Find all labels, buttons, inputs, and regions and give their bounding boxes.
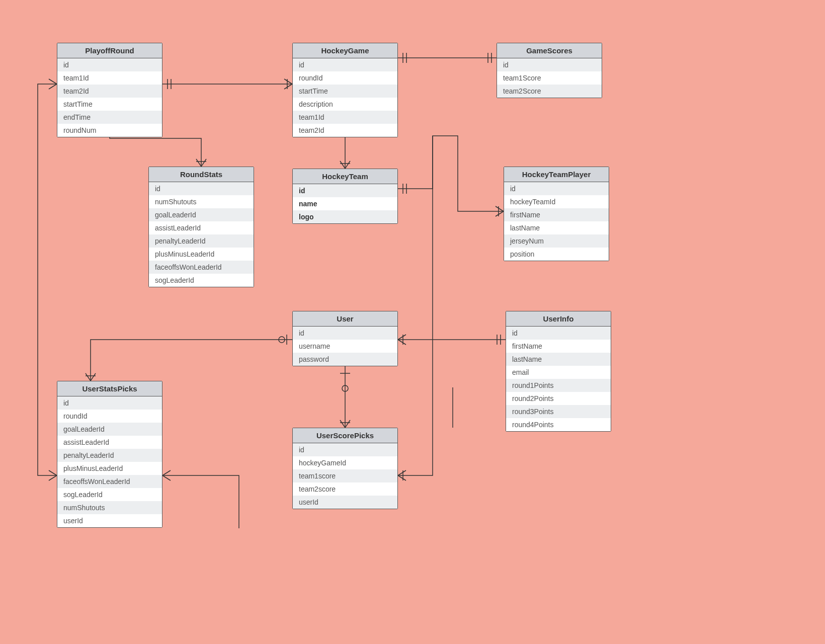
field: startTime <box>57 98 162 111</box>
field: penaltyLeaderId <box>149 234 254 248</box>
field: description <box>293 98 397 111</box>
field: plusMinusLeaderId <box>57 462 162 475</box>
entity-title: RoundStats <box>149 167 254 182</box>
entity-title: User <box>293 311 397 327</box>
field: team2Id <box>293 124 397 137</box>
field: assistLeaderId <box>149 221 254 234</box>
field: id <box>293 58 397 71</box>
svg-point-1 <box>342 385 348 391</box>
entity-fields: id team1Score team2Score <box>497 58 602 98</box>
entity-user-score-picks: UserScorePicks id hockeyGameId team1scor… <box>292 428 398 509</box>
field: team1Score <box>497 71 602 85</box>
field: numShutouts <box>57 501 162 514</box>
field: id <box>504 182 609 195</box>
field: userId <box>293 496 397 509</box>
field: team1Id <box>293 111 397 124</box>
field: team2Id <box>57 85 162 98</box>
field: assistLeaderId <box>57 436 162 449</box>
entity-fields: id roundId goalLeaderId assistLeaderId p… <box>57 396 162 527</box>
field: lastName <box>504 221 609 234</box>
entity-fields: id username password <box>293 327 397 366</box>
field: endTime <box>57 111 162 124</box>
field: userId <box>57 514 162 527</box>
field: faceoffsWonLeaderId <box>149 261 254 274</box>
entity-fields: id numShutouts goalLeaderId assistLeader… <box>149 182 254 287</box>
entity-user: User id username password <box>292 311 398 366</box>
field: numShutouts <box>149 195 254 208</box>
field: password <box>293 353 397 366</box>
field: goalLeaderId <box>57 423 162 436</box>
entity-title: HockeyTeam <box>293 169 397 184</box>
field: hockeyTeamId <box>504 195 609 208</box>
entity-title: UserInfo <box>506 311 611 327</box>
field: penaltyLeaderId <box>57 449 162 462</box>
field: id <box>293 443 397 456</box>
entity-title: GameScores <box>497 43 602 58</box>
entity-title: HockeyGame <box>293 43 397 58</box>
field: round3Points <box>506 405 611 418</box>
field: jerseyNum <box>504 234 609 248</box>
entity-hockey-team: HockeyTeam id name logo <box>292 169 398 224</box>
field: id <box>149 182 254 195</box>
field: sogLeaderId <box>57 488 162 501</box>
field: position <box>504 248 609 261</box>
field: round2Points <box>506 392 611 405</box>
field: round4Points <box>506 418 611 431</box>
field: round1Points <box>506 379 611 392</box>
field: goalLeaderId <box>149 208 254 221</box>
field: username <box>293 340 397 353</box>
field: id <box>497 58 602 71</box>
field: hockeyGameId <box>293 456 397 469</box>
field: team1score <box>293 469 397 482</box>
entity-title: UserScorePicks <box>293 428 397 443</box>
entity-user-info: UserInfo id firstName lastName email rou… <box>506 311 611 432</box>
field: roundId <box>293 71 397 85</box>
entity-fields: id roundId startTime description team1Id… <box>293 58 397 137</box>
field: sogLeaderId <box>149 274 254 287</box>
field: roundId <box>57 410 162 423</box>
field: id <box>57 58 162 71</box>
entity-round-stats: RoundStats id numShutouts goalLeaderId a… <box>148 167 254 287</box>
field: team1Id <box>57 71 162 85</box>
field: plusMinusLeaderId <box>149 248 254 261</box>
entity-title: HockeyTeamPlayer <box>504 167 609 182</box>
entity-fields: id firstName lastName email round1Points… <box>506 327 611 431</box>
field: startTime <box>293 85 397 98</box>
field: email <box>506 366 611 379</box>
entity-hockey-team-player: HockeyTeamPlayer id hockeyTeamId firstNa… <box>504 167 609 261</box>
entity-user-stats-picks: UserStatsPicks id roundId goalLeaderId a… <box>57 381 162 528</box>
field: lastName <box>506 353 611 366</box>
field: logo <box>293 210 397 223</box>
field: firstName <box>506 340 611 353</box>
field: name <box>293 197 397 210</box>
entity-hockey-game: HockeyGame id roundId startTime descript… <box>292 43 398 137</box>
entity-fields: id hockeyTeamId firstName lastName jerse… <box>504 182 609 261</box>
entity-fields: id team1Id team2Id startTime endTime rou… <box>57 58 162 137</box>
field: team2Score <box>497 85 602 98</box>
field: firstName <box>504 208 609 221</box>
entity-playoff-round: PlayoffRound id team1Id team2Id startTim… <box>57 43 162 137</box>
entity-fields: id hockeyGameId team1score team2score us… <box>293 443 397 509</box>
field: faceoffsWonLeaderId <box>57 475 162 488</box>
entity-title: PlayoffRound <box>57 43 162 58</box>
field: id <box>293 327 397 340</box>
field: id <box>506 327 611 340</box>
field: id <box>293 184 397 197</box>
field: team2score <box>293 482 397 496</box>
entity-game-scores: GameScores id team1Score team2Score <box>497 43 602 98</box>
field: id <box>57 396 162 410</box>
field: roundNum <box>57 124 162 137</box>
svg-point-0 <box>279 337 285 343</box>
entity-title: UserStatsPicks <box>57 381 162 396</box>
entity-fields: id name logo <box>293 184 397 223</box>
